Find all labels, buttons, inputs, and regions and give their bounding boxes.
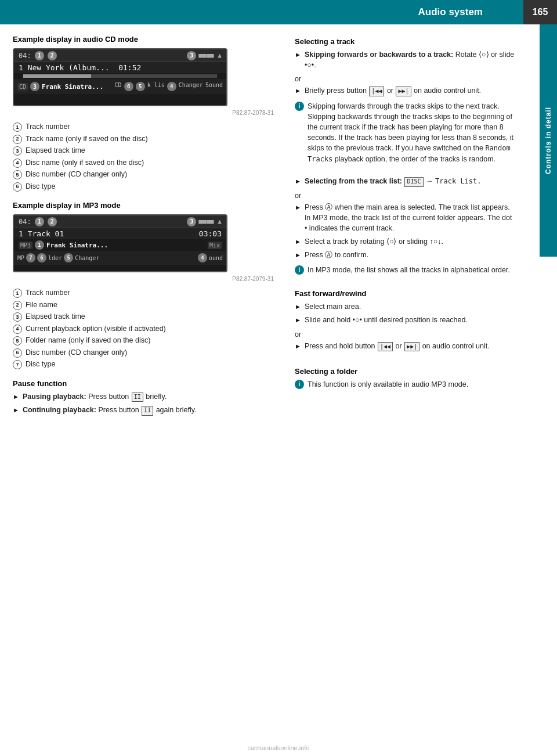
press-knob-item: ► Press Ⓐ when the main area is selected… xyxy=(295,202,516,233)
cd-badge-3: 3 xyxy=(13,146,22,156)
cd-photo-credit: P82.87-2078-31 xyxy=(13,110,274,116)
mp3-items-list: 1Track number 2File name 3Elapsed track … xyxy=(13,288,274,370)
track-list-text: Selecting from the track list: DISC → Tr… xyxy=(305,176,482,187)
mp3-cn1: 1 xyxy=(35,240,44,250)
fast-forward-heading: Fast forward/rewind xyxy=(295,289,516,298)
mp3-circle-1: 1 xyxy=(35,217,44,226)
or-text-2: or xyxy=(295,192,516,200)
list-item: 3Elapsed track time xyxy=(13,146,274,156)
cd-circle-2: 2 xyxy=(48,51,57,60)
mp3-folder: lder xyxy=(48,255,62,261)
mp3-bottom-left: MP 7 6 lder 5 Changer xyxy=(17,253,99,262)
cd-changer-lbl: Changer xyxy=(179,82,203,91)
mp3-example-heading: Example display in MP3 mode xyxy=(13,201,274,210)
press-knob-list: ► Press Ⓐ when the main area is selected… xyxy=(295,202,516,261)
mp3-badge-4: 4 xyxy=(13,325,22,334)
mp3-display-screen: 04: 1 2 3 ■■■■ ▲ 1 Track 01 03:03 MP3 1 … xyxy=(13,214,227,272)
cd-ready-icon: ■■■■ ▲ xyxy=(198,52,222,59)
cd-sound-lbl: Sound xyxy=(205,82,223,91)
mp3-c7: 7 xyxy=(26,253,35,262)
list-item: 1Track number xyxy=(13,288,274,298)
mp3-photo-credit: P82.87-2079-31 xyxy=(13,276,274,282)
mp3-bottom-bar: MP 7 6 lder 5 Changer 4 ound xyxy=(14,251,226,265)
briefly-item: ► Briefly press button |◀◀ or ▶▶| on aud… xyxy=(295,85,516,96)
cd-item-3-text: Elapsed track time xyxy=(26,146,85,156)
mp3-disc-label: MP3 xyxy=(19,242,32,249)
mp3-changer2: Changer xyxy=(75,255,99,261)
cd-circle-num3b: 3 xyxy=(30,82,39,91)
arrow-icon-1: ► xyxy=(13,393,19,402)
cd-item-4-text: Disc name (only if saved on the disc) xyxy=(26,158,144,168)
arrow-icon-2: ► xyxy=(13,406,19,415)
pause-text-2: Continuing playback: Press button II aga… xyxy=(23,405,197,416)
skip-list: ► Skipping forwards or backwards to a tr… xyxy=(295,49,516,70)
info-icon-3: i xyxy=(295,380,304,389)
mp3-item-2-text: File name xyxy=(26,300,57,311)
cd-display-screen: 04: 1 2 3 ■■■■ ▲ 1 New York (Album... 01… xyxy=(13,48,227,106)
mp3-item-1-text: Track number xyxy=(26,288,70,298)
mp3-screen-top: 04: 1 2 3 ■■■■ ▲ xyxy=(14,215,226,228)
mp3-circle-2: 2 xyxy=(48,217,57,226)
arrow-icon-tracklist: ► xyxy=(295,177,301,186)
cd-item-6-text: Disc type xyxy=(26,182,55,192)
list-item: 6Disc type xyxy=(13,182,274,192)
header-bar: Audio system 165 xyxy=(0,0,557,24)
list-item: 1Track number xyxy=(13,122,274,132)
pause-text-1: Pausing playback: Press button II briefl… xyxy=(23,391,167,402)
page-number: 165 xyxy=(523,0,557,24)
mp3-item-6-text: Disc number (CD changer only) xyxy=(26,348,127,358)
pause-list: ► Pausing playback: Press button II brie… xyxy=(13,391,274,416)
cd-disc-label: CD xyxy=(17,83,28,91)
cd-frank: Frank Sinatra... xyxy=(42,83,103,91)
watermark: carmanualsonline.info xyxy=(0,744,557,751)
mp3-time: 04: xyxy=(19,218,31,226)
selecting-folder-heading: Selecting a folder xyxy=(295,367,516,376)
mp3-elapsed: 03:03 xyxy=(199,229,222,238)
list-item: 2Track name (only if saved on the disc) xyxy=(13,134,274,145)
press-hold-text: Press and hold button |◀◀ or ▶▶| on audi… xyxy=(305,341,490,352)
slide-hold-item: ► Slide and hold •○• until desired posit… xyxy=(295,315,516,325)
select-track-item: ► Select a track by rotating ⟨○⟩ or slid… xyxy=(295,236,516,247)
mp3-bottom-right: 4 ound xyxy=(198,253,223,262)
cd-badge-6: 6 xyxy=(13,182,22,192)
cd-badge-2: 2 xyxy=(13,135,22,144)
mp3-track-name: 1 Track 01 xyxy=(19,229,64,238)
cd-time: 04: xyxy=(19,52,31,60)
side-tab-label: Controls in detail xyxy=(544,107,552,174)
pause-item-1: ► Pausing playback: Press button II brie… xyxy=(13,391,274,402)
list-item: 7Disc type xyxy=(13,359,274,370)
or-text-3: or xyxy=(295,330,516,339)
cd-badge-4: 4 xyxy=(13,159,22,168)
mp3-badge-2: 2 xyxy=(13,301,22,310)
mp3-badge-6: 6 xyxy=(13,348,22,358)
arrow-icon-confirm: ► xyxy=(295,251,301,260)
arrow-icon-briefly: ► xyxy=(295,87,301,96)
press-confirm-text: Press Ⓐ to confirm. xyxy=(305,250,368,260)
info-icon-1: i xyxy=(295,102,304,111)
track-list-select-list: ► Selecting from the track list: DISC → … xyxy=(295,176,516,187)
folder-info-text: This function is only available in audio… xyxy=(308,379,468,390)
cd-label-cd: CD xyxy=(115,82,122,91)
mp3-item-4-text: Current playback option (visible if acti… xyxy=(26,324,166,334)
cd-item-2-text: Track name (only if saved on the disc) xyxy=(26,134,148,145)
mp3-c5: 5 xyxy=(64,253,73,262)
cd-item-5-text: Disc number (CD changer only) xyxy=(26,170,127,180)
briefly-text: Briefly press button |◀◀ or ▶▶| on audio… xyxy=(305,85,481,96)
select-main-text: Select main area. xyxy=(305,301,361,312)
skip-info-item: i Skipping forwards through the tracks s… xyxy=(295,101,516,164)
press-hold-list: ► Press and hold button |◀◀ or ▶▶| on au… xyxy=(295,341,516,352)
cd-progress-fill xyxy=(23,74,91,78)
cd-screen-icons: 3 ■■■■ ▲ xyxy=(187,51,222,60)
mp3-mix-label: Mix xyxy=(208,242,222,249)
press-hold-item: ► Press and hold button |◀◀ or ▶▶| on au… xyxy=(295,341,516,352)
cd-example-heading: Example display in audio CD mode xyxy=(13,35,274,44)
skip-forward-item: ► Skipping forwards or backwards to a tr… xyxy=(295,49,516,70)
cd-bottom-bar: CD 3 Frank Sinatra... CD 6 5 k lis 4 Cha… xyxy=(14,79,226,94)
arrow-icon-slidehold: ► xyxy=(295,316,301,325)
skip-info-text: Skipping forwards through the tracks ski… xyxy=(308,101,516,164)
header-title: Audio system xyxy=(0,6,523,18)
press-knob-text: Press Ⓐ when the main area is selected. … xyxy=(305,202,516,233)
alpha-info-item: i In MP3 mode, the list shows all the tr… xyxy=(295,265,516,275)
mp3-item-3-text: Elapsed track time xyxy=(26,312,85,322)
mp3-ready-icon: ■■■■ ▲ xyxy=(198,218,222,225)
